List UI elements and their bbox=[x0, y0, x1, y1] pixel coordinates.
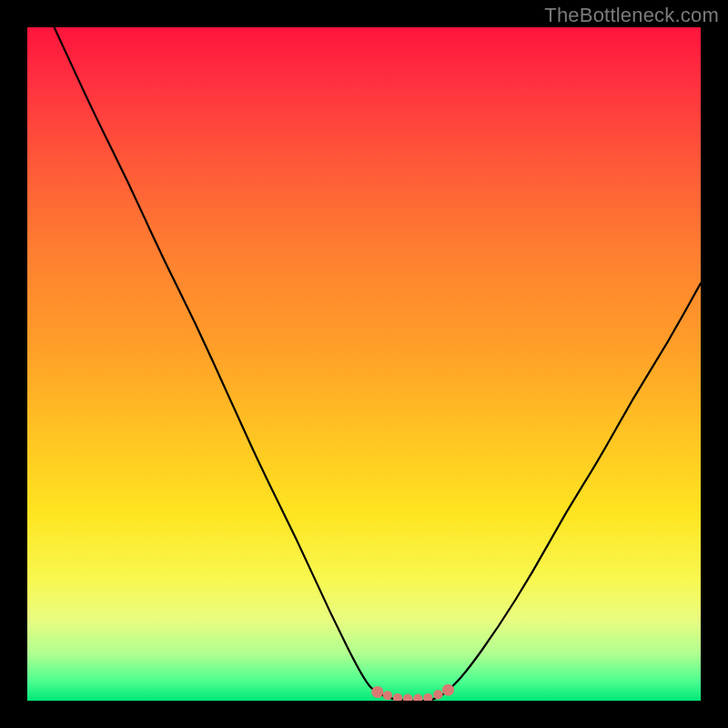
optimal-marker-dot bbox=[423, 693, 432, 701]
chart-svg-layer bbox=[27, 27, 701, 701]
optimal-marker-dot bbox=[371, 686, 383, 698]
optimal-marker-dot bbox=[403, 694, 412, 701]
chart-frame: TheBottleneck.com bbox=[0, 0, 728, 728]
optimal-marker-dot bbox=[413, 694, 422, 701]
bottleneck-curve-line bbox=[55, 27, 701, 701]
optimal-marker-dot bbox=[383, 691, 392, 700]
watermark-text: TheBottleneck.com bbox=[544, 4, 719, 27]
optimal-range-markers bbox=[371, 684, 454, 701]
optimal-marker-dot bbox=[433, 690, 442, 699]
optimal-marker-dot bbox=[442, 684, 454, 696]
optimal-marker-dot bbox=[393, 693, 402, 701]
